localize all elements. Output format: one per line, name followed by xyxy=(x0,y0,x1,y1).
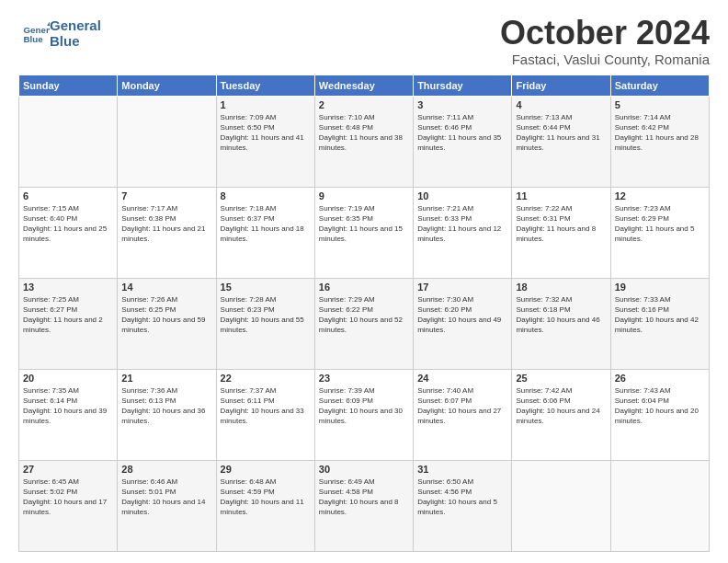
day-cell: 7Sunrise: 7:17 AM Sunset: 6:38 PM Daylig… xyxy=(118,187,216,278)
day-info: Sunrise: 7:42 AM Sunset: 6:06 PM Dayligh… xyxy=(516,385,606,427)
day-info: Sunrise: 7:37 AM Sunset: 6:11 PM Dayligh… xyxy=(221,385,311,427)
day-info: Sunrise: 7:23 AM Sunset: 6:29 PM Dayligh… xyxy=(615,203,705,245)
day-cell: 18Sunrise: 7:32 AM Sunset: 6:18 PM Dayli… xyxy=(512,278,610,369)
day-cell: 25Sunrise: 7:42 AM Sunset: 6:06 PM Dayli… xyxy=(512,369,610,460)
day-cell: 31Sunrise: 6:50 AM Sunset: 4:56 PM Dayli… xyxy=(414,460,512,551)
day-cell: 10Sunrise: 7:21 AM Sunset: 6:33 PM Dayli… xyxy=(414,187,512,278)
day-number: 3 xyxy=(417,99,507,110)
day-info: Sunrise: 7:11 AM Sunset: 6:46 PM Dayligh… xyxy=(417,112,507,154)
week-row-3: 13Sunrise: 7:25 AM Sunset: 6:27 PM Dayli… xyxy=(19,278,710,369)
day-number: 23 xyxy=(319,373,409,384)
weekday-header-saturday: Saturday xyxy=(610,75,709,96)
day-number: 8 xyxy=(221,190,311,201)
day-number: 31 xyxy=(417,464,507,475)
day-number: 5 xyxy=(615,99,705,110)
day-cell: 15Sunrise: 7:28 AM Sunset: 6:23 PM Dayli… xyxy=(216,278,314,369)
day-cell: 3Sunrise: 7:11 AM Sunset: 6:46 PM Daylig… xyxy=(414,96,512,187)
day-info: Sunrise: 7:09 AM Sunset: 6:50 PM Dayligh… xyxy=(221,112,311,154)
month-title: October 2024 xyxy=(500,15,710,52)
day-number: 14 xyxy=(121,282,211,293)
day-cell: 29Sunrise: 6:48 AM Sunset: 4:59 PM Dayli… xyxy=(216,460,314,551)
day-number: 19 xyxy=(615,282,705,293)
day-cell: 6Sunrise: 7:15 AM Sunset: 6:40 PM Daylig… xyxy=(19,187,118,278)
week-row-1: 1Sunrise: 7:09 AM Sunset: 6:50 PM Daylig… xyxy=(19,96,710,187)
weekday-header-thursday: Thursday xyxy=(414,75,512,96)
day-info: Sunrise: 7:18 AM Sunset: 6:37 PM Dayligh… xyxy=(221,203,311,245)
day-number: 25 xyxy=(516,373,606,384)
day-cell: 28Sunrise: 6:46 AM Sunset: 5:01 PM Dayli… xyxy=(118,460,216,551)
day-cell: 11Sunrise: 7:22 AM Sunset: 6:31 PM Dayli… xyxy=(512,187,610,278)
day-info: Sunrise: 6:49 AM Sunset: 4:58 PM Dayligh… xyxy=(319,477,409,518)
weekday-header-wednesday: Wednesday xyxy=(314,75,413,96)
day-cell: 2Sunrise: 7:10 AM Sunset: 6:48 PM Daylig… xyxy=(314,96,413,187)
weekday-header-row: SundayMondayTuesdayWednesdayThursdayFrid… xyxy=(19,75,710,96)
day-info: Sunrise: 7:26 AM Sunset: 6:25 PM Dayligh… xyxy=(121,294,211,336)
day-cell: 23Sunrise: 7:39 AM Sunset: 6:09 PM Dayli… xyxy=(314,369,413,460)
day-info: Sunrise: 7:43 AM Sunset: 6:04 PM Dayligh… xyxy=(615,385,705,427)
weekday-header-friday: Friday xyxy=(512,75,610,96)
day-info: Sunrise: 7:25 AM Sunset: 6:27 PM Dayligh… xyxy=(23,294,113,336)
logo-line1: General xyxy=(50,18,101,34)
day-number: 13 xyxy=(23,282,113,293)
day-number: 27 xyxy=(23,464,113,475)
day-info: Sunrise: 7:39 AM Sunset: 6:09 PM Dayligh… xyxy=(319,385,409,427)
day-cell: 22Sunrise: 7:37 AM Sunset: 6:11 PM Dayli… xyxy=(216,369,314,460)
week-row-2: 6Sunrise: 7:15 AM Sunset: 6:40 PM Daylig… xyxy=(19,187,710,278)
day-info: Sunrise: 7:35 AM Sunset: 6:14 PM Dayligh… xyxy=(23,385,113,427)
day-cell: 24Sunrise: 7:40 AM Sunset: 6:07 PM Dayli… xyxy=(414,369,512,460)
day-cell: 30Sunrise: 6:49 AM Sunset: 4:58 PM Dayli… xyxy=(314,460,413,551)
day-number: 10 xyxy=(417,190,507,201)
day-number: 17 xyxy=(417,282,507,293)
svg-text:General: General xyxy=(24,24,51,34)
day-cell xyxy=(512,460,610,551)
day-number: 4 xyxy=(516,99,606,110)
calendar-table: SundayMondayTuesdayWednesdayThursdayFrid… xyxy=(18,75,710,552)
day-number: 9 xyxy=(319,190,409,201)
day-number: 12 xyxy=(615,190,705,201)
day-info: Sunrise: 6:45 AM Sunset: 5:02 PM Dayligh… xyxy=(23,477,113,518)
day-cell: 1Sunrise: 7:09 AM Sunset: 6:50 PM Daylig… xyxy=(216,96,314,187)
day-number: 6 xyxy=(23,190,113,201)
day-info: Sunrise: 6:50 AM Sunset: 4:56 PM Dayligh… xyxy=(417,477,507,518)
day-cell xyxy=(610,460,709,551)
week-row-5: 27Sunrise: 6:45 AM Sunset: 5:02 PM Dayli… xyxy=(19,460,710,551)
day-info: Sunrise: 7:19 AM Sunset: 6:35 PM Dayligh… xyxy=(319,203,409,245)
day-info: Sunrise: 7:33 AM Sunset: 6:16 PM Dayligh… xyxy=(615,294,705,336)
day-number: 30 xyxy=(319,464,409,475)
title-area: October 2024 Fastaci, Vaslui County, Rom… xyxy=(500,15,710,67)
day-number: 2 xyxy=(319,99,409,110)
day-number: 1 xyxy=(221,99,311,110)
logo: General Blue General Blue xyxy=(18,18,101,49)
day-number: 20 xyxy=(23,373,113,384)
day-cell: 5Sunrise: 7:14 AM Sunset: 6:42 PM Daylig… xyxy=(610,96,709,187)
day-info: Sunrise: 6:46 AM Sunset: 5:01 PM Dayligh… xyxy=(121,477,211,518)
day-info: Sunrise: 7:17 AM Sunset: 6:38 PM Dayligh… xyxy=(121,203,211,245)
day-info: Sunrise: 7:29 AM Sunset: 6:22 PM Dayligh… xyxy=(319,294,409,336)
svg-text:Blue: Blue xyxy=(24,34,44,44)
day-info: Sunrise: 6:48 AM Sunset: 4:59 PM Dayligh… xyxy=(221,477,311,518)
day-info: Sunrise: 7:22 AM Sunset: 6:31 PM Dayligh… xyxy=(516,203,606,245)
day-cell: 9Sunrise: 7:19 AM Sunset: 6:35 PM Daylig… xyxy=(314,187,413,278)
day-cell: 19Sunrise: 7:33 AM Sunset: 6:16 PM Dayli… xyxy=(610,278,709,369)
day-cell: 17Sunrise: 7:30 AM Sunset: 6:20 PM Dayli… xyxy=(414,278,512,369)
weekday-header-tuesday: Tuesday xyxy=(216,75,314,96)
day-number: 15 xyxy=(221,282,311,293)
day-info: Sunrise: 7:14 AM Sunset: 6:42 PM Dayligh… xyxy=(615,112,705,154)
weekday-header-sunday: Sunday xyxy=(19,75,118,96)
day-cell: 14Sunrise: 7:26 AM Sunset: 6:25 PM Dayli… xyxy=(118,278,216,369)
logo-line2: Blue xyxy=(50,34,101,50)
weekday-header-monday: Monday xyxy=(118,75,216,96)
day-cell: 12Sunrise: 7:23 AM Sunset: 6:29 PM Dayli… xyxy=(610,187,709,278)
header: General Blue General Blue October 2024 F… xyxy=(18,15,710,67)
day-info: Sunrise: 7:36 AM Sunset: 6:13 PM Dayligh… xyxy=(121,385,211,427)
day-cell: 8Sunrise: 7:18 AM Sunset: 6:37 PM Daylig… xyxy=(216,187,314,278)
day-number: 22 xyxy=(221,373,311,384)
day-number: 21 xyxy=(121,373,211,384)
location: Fastaci, Vaslui County, Romania xyxy=(500,52,710,67)
day-number: 28 xyxy=(121,464,211,475)
day-info: Sunrise: 7:30 AM Sunset: 6:20 PM Dayligh… xyxy=(417,294,507,336)
day-info: Sunrise: 7:21 AM Sunset: 6:33 PM Dayligh… xyxy=(417,203,507,245)
day-number: 24 xyxy=(417,373,507,384)
day-cell: 16Sunrise: 7:29 AM Sunset: 6:22 PM Dayli… xyxy=(314,278,413,369)
day-cell: 13Sunrise: 7:25 AM Sunset: 6:27 PM Dayli… xyxy=(19,278,118,369)
